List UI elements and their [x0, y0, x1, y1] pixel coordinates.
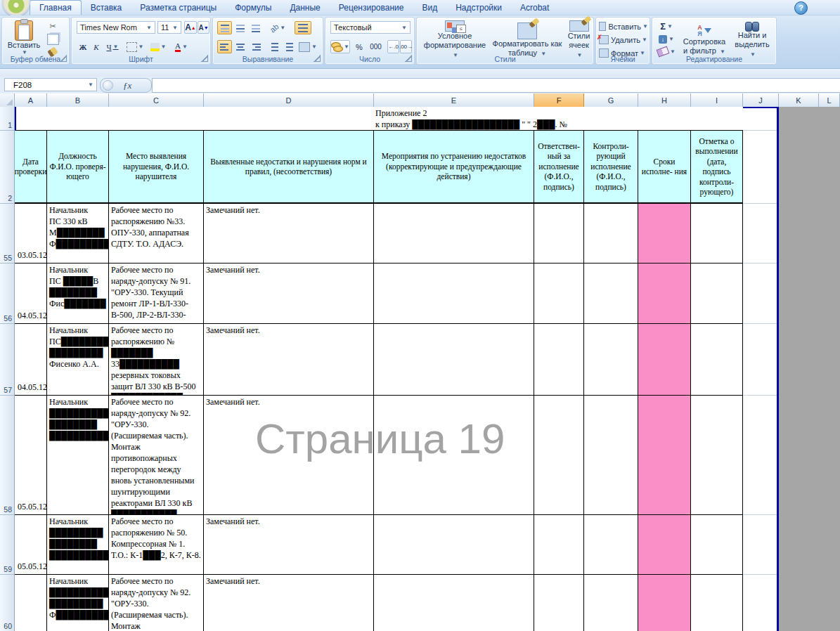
cell-A60[interactable] [15, 575, 47, 631]
column-header-C[interactable]: C [109, 93, 204, 107]
cell-E59[interactable] [374, 515, 534, 575]
cell-D55[interactable]: Замечаний нет. [204, 204, 374, 264]
font-color-button[interactable]: А▼ [171, 40, 192, 53]
underline-button[interactable]: Ч▼ [103, 40, 122, 53]
row-header-55[interactable]: 55 [0, 204, 15, 264]
align-bottom-button[interactable] [248, 21, 263, 34]
cell-D57[interactable]: Замечаний нет. [204, 324, 374, 396]
row-header-1[interactable]: 1 [0, 107, 15, 131]
cell-A59[interactable]: 05.05.12 [15, 515, 47, 575]
cell-B58[interactable]: Начальник ██████████ ████████ ██████████ [47, 396, 109, 515]
align-center-button[interactable] [233, 40, 247, 53]
header-cell-B[interactable]: Должность Ф.И.О. проверя- ющего [47, 131, 109, 204]
orientation-button[interactable]: ab▼ [266, 21, 289, 34]
column-header-J[interactable]: J [743, 93, 779, 107]
clipboard-dialog-launcher[interactable] [60, 55, 67, 62]
comma-style-button[interactable]: 000 [367, 40, 385, 53]
cell-A58[interactable]: 05.05.12 [15, 396, 47, 515]
increase-indent-button[interactable] [281, 40, 295, 53]
accounting-format-button[interactable]: ▼ [330, 40, 350, 53]
cell-G58[interactable] [584, 396, 638, 515]
header-cell-F[interactable]: Ответствен- ный за исполнение (Ф.И.О., п… [534, 131, 584, 204]
number-dialog-launcher[interactable] [405, 55, 412, 62]
font-dialog-launcher[interactable] [201, 55, 208, 62]
cell-F56[interactable] [534, 264, 584, 324]
cell-D58[interactable]: Замечаний нет. [204, 396, 374, 515]
row-header-57[interactable]: 57 [0, 324, 15, 396]
wrap-text-button[interactable] [295, 21, 311, 34]
fill-color-button[interactable]: ▼ [148, 40, 169, 53]
insert-cells-button[interactable]: Вставить▼ [598, 20, 649, 32]
increase-decimal-button[interactable]: ←.0 [387, 40, 399, 53]
number-format-combo[interactable]: Текстовый▼ [330, 21, 411, 34]
cell-A55[interactable]: 03.05.12 [15, 204, 47, 264]
tab-главная[interactable]: Главная [30, 0, 82, 15]
help-icon[interactable]: ? [794, 1, 808, 15]
header-cell-I[interactable]: Отметка о выполнении (дата, подпись конт… [691, 131, 743, 204]
cell-title-row[interactable]: Приложение 2к приказу ██████████████████… [16, 107, 743, 131]
formula-input[interactable] [152, 78, 840, 93]
grow-font-button[interactable]: А▲ [184, 21, 197, 34]
column-header-B[interactable]: B [47, 93, 109, 107]
header-cell-A[interactable]: Дата проверки [15, 131, 47, 204]
cell-C58[interactable]: Рабочее место по наряду-допуску № 92. "О… [109, 396, 204, 515]
cell-I57[interactable] [691, 324, 743, 396]
cell-C55[interactable]: Рабочее место по распоряжению №33. ОПУ-3… [109, 204, 204, 264]
header-cell-E[interactable]: Мероприятия по устранению недостатков (к… [374, 131, 534, 204]
cell-I55[interactable] [691, 204, 743, 264]
cell-F60[interactable] [534, 575, 584, 631]
name-box[interactable]: F208 ▼ [4, 78, 97, 91]
cut-button[interactable]: ✂ [46, 20, 60, 32]
shrink-font-button[interactable]: А▼ [198, 21, 209, 34]
column-header-K[interactable]: K [779, 93, 819, 107]
cell-H56[interactable] [638, 264, 691, 324]
column-header-F[interactable]: F [534, 93, 584, 107]
alignment-dialog-launcher[interactable] [314, 55, 321, 62]
tab-вид[interactable]: Вид [413, 0, 446, 15]
paste-button[interactable]: Вставить ▼ [6, 20, 41, 56]
cell-H55[interactable] [638, 204, 691, 264]
column-header-E[interactable]: E [374, 93, 534, 107]
cell-D59[interactable]: Замечаний нет. [204, 515, 374, 575]
header-cell-G[interactable]: Контроли- рующий исполнение (Ф.И.О., под… [584, 131, 638, 204]
copy-button[interactable] [46, 33, 60, 45]
cell-H58[interactable] [638, 396, 691, 515]
cell-G59[interactable] [584, 515, 638, 575]
column-header-A[interactable]: A [15, 93, 47, 107]
align-right-button[interactable] [248, 40, 263, 53]
tab-надстройки[interactable]: Надстройки [446, 0, 511, 15]
cell-I58[interactable] [691, 396, 743, 515]
header-cell-D[interactable]: Выявленные недостатки и нарушения норм и… [204, 131, 374, 204]
decrease-indent-button[interactable] [266, 40, 280, 53]
tab-данные[interactable]: Данные [280, 0, 329, 15]
column-header-D[interactable]: D [204, 93, 374, 107]
row-header-56[interactable]: 56 [0, 264, 15, 324]
row-header-2[interactable]: 2 [0, 131, 15, 204]
merge-center-button[interactable]: ▼ [297, 40, 318, 53]
cell-D56[interactable]: Замечаний нет. [204, 264, 374, 324]
cell-B59[interactable]: Начальник █████████ ████████ ██████████ [47, 515, 109, 575]
cell-F58[interactable] [534, 396, 584, 515]
cell-H60[interactable] [638, 575, 691, 631]
cell-E60[interactable] [374, 575, 534, 631]
cell-H57[interactable] [638, 324, 691, 396]
delete-cells-button[interactable]: ✗ Удалить▼ [598, 34, 649, 46]
cell-I60[interactable] [691, 575, 743, 631]
cell-C60[interactable]: Рабочее место по наряду-допуску № 92. "О… [109, 575, 204, 631]
row-header-58[interactable]: 58 [0, 396, 15, 515]
cell-B57[interactable]: Начальник ПС████████ █████████ Фисенко А… [47, 324, 109, 396]
cell-I56[interactable] [691, 264, 743, 324]
column-header-G[interactable]: G [584, 93, 638, 107]
borders-button[interactable]: ▼ [125, 40, 145, 53]
fill-button[interactable]: ↓▼ [656, 33, 677, 45]
header-cell-H[interactable]: Сроки исполне- ния [638, 131, 691, 204]
cell-A57[interactable]: 04.05.12 [15, 324, 47, 396]
cell-G57[interactable] [584, 324, 638, 396]
cell-C57[interactable]: Рабочее место по распоряжению № ███████ … [109, 324, 204, 396]
column-header-I[interactable]: I [691, 93, 743, 107]
align-left-button[interactable] [217, 40, 232, 53]
cell-B55[interactable]: Начальник ПС 330 кВ М████████ Ф█████████… [47, 204, 109, 264]
italic-button[interactable]: К [90, 40, 103, 53]
bold-button[interactable]: Ж [77, 40, 89, 53]
cell-E57[interactable] [374, 324, 534, 396]
